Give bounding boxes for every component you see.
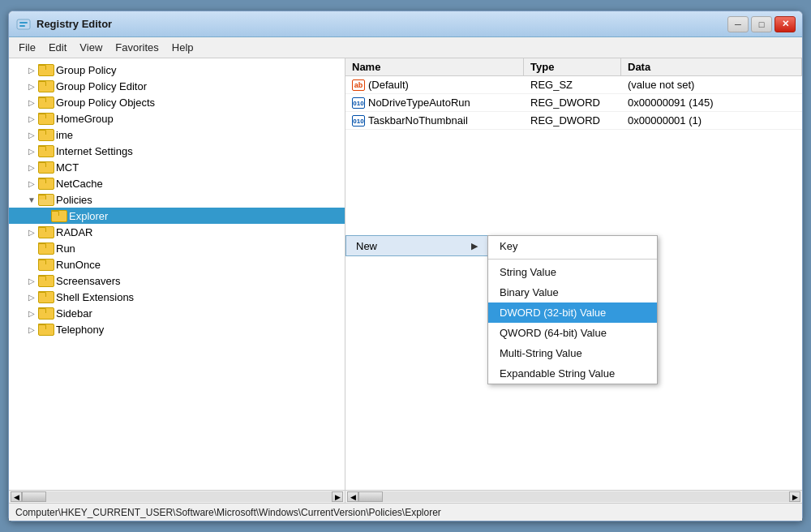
right-scroll-track[interactable] bbox=[358, 491, 789, 502]
folder-icon bbox=[38, 177, 53, 190]
folder-icon bbox=[51, 209, 66, 222]
tree-label: Screensavers bbox=[56, 275, 120, 287]
status-path: Computer\HKEY_CURRENT_USER\Software\Micr… bbox=[15, 507, 441, 518]
expand-icon[interactable] bbox=[25, 112, 38, 125]
left-scroll-thumb[interactable] bbox=[22, 491, 46, 502]
submenu-item-dword[interactable]: DWORD (32-bit) Value bbox=[488, 302, 657, 323]
tree-item-telephony[interactable]: Telephony bbox=[9, 321, 345, 337]
reg-type-nodrivetypeautorun: REG_DWORD bbox=[524, 95, 621, 110]
app-icon bbox=[15, 16, 32, 32]
expand-icon[interactable] bbox=[25, 323, 38, 336]
tree-item-run[interactable]: Run bbox=[9, 240, 345, 256]
expand-icon[interactable] bbox=[25, 177, 38, 190]
registry-tree[interactable]: Group Policy Group Policy Editor Group P… bbox=[9, 58, 345, 490]
registry-editor-window: Registry Editor ─ □ ✕ File Edit View Fav… bbox=[8, 11, 803, 521]
folder-icon bbox=[38, 290, 53, 303]
tree-item-screensavers[interactable]: Screensavers bbox=[9, 272, 345, 289]
left-scroll-track[interactable] bbox=[22, 491, 332, 502]
reg-data-nodrivetypeautorun: 0x00000091 (145) bbox=[621, 95, 802, 110]
submenu-item-qword[interactable]: QWORD (64-bit) Value bbox=[488, 323, 657, 343]
expand-icon[interactable] bbox=[25, 225, 38, 238]
submenu-item-stringvalue[interactable]: String Value bbox=[488, 262, 657, 282]
folder-icon bbox=[38, 193, 53, 206]
submenu-item-key[interactable]: Key bbox=[488, 236, 657, 256]
reg-data-default: (value not set) bbox=[621, 77, 802, 92]
right-scroll-left-arrow[interactable]: ◀ bbox=[347, 491, 358, 502]
tree-item-homegroup[interactable]: HomeGroup bbox=[9, 110, 345, 127]
svg-rect-0 bbox=[17, 19, 30, 29]
submenu-item-expandablestring[interactable]: Expandable String Value bbox=[488, 363, 657, 384]
tree-item-shellextensions[interactable]: Shell Extensions bbox=[9, 289, 345, 305]
tree-label: NetCache bbox=[56, 178, 103, 190]
reg-row-nodrivetypeautorun[interactable]: 010 NoDriveTypeAutoRun REG_DWORD 0x00000… bbox=[345, 94, 802, 112]
right-hscrollbar[interactable]: ◀ ▶ bbox=[345, 491, 802, 503]
expand-icon[interactable] bbox=[25, 290, 38, 303]
folder-icon bbox=[38, 242, 53, 255]
reg-name-label: (Default) bbox=[368, 79, 409, 91]
menubar: File Edit View Favorites Help bbox=[9, 37, 802, 58]
titlebar: Registry Editor ─ □ ✕ bbox=[9, 11, 802, 37]
tree-item-netcache[interactable]: NetCache bbox=[9, 175, 345, 191]
tree-item-sidebar[interactable]: Sidebar bbox=[9, 305, 345, 321]
tree-item-internetsettings[interactable]: Internet Settings bbox=[9, 143, 345, 159]
expand-icon[interactable] bbox=[25, 63, 38, 76]
expand-icon[interactable] bbox=[25, 144, 38, 157]
folder-icon bbox=[38, 144, 53, 157]
expand-icon[interactable] bbox=[25, 307, 38, 320]
tree-label: Sidebar bbox=[56, 307, 92, 320]
folder-icon bbox=[38, 96, 53, 109]
right-scroll-right-arrow[interactable]: ▶ bbox=[789, 491, 800, 502]
tree-item-policies[interactable]: Policies bbox=[9, 191, 345, 208]
right-scroll-thumb[interactable] bbox=[358, 491, 383, 502]
close-button[interactable]: ✕ bbox=[775, 16, 796, 32]
folder-icon bbox=[38, 161, 53, 174]
expand-icon[interactable] bbox=[25, 193, 38, 206]
expand-icon[interactable] bbox=[25, 161, 38, 174]
tree-item-grouppolicyobjects[interactable]: Group Policy Objects bbox=[9, 94, 345, 110]
menu-edit[interactable]: Edit bbox=[42, 39, 73, 56]
maximize-button[interactable]: □ bbox=[751, 16, 772, 32]
tree-item-grouppolicy[interactable]: Group Policy bbox=[9, 62, 345, 78]
folder-icon bbox=[38, 79, 53, 92]
reg-row-taskbarnothumb[interactable]: 010 TaskbarNoThumbnail REG_DWORD 0x00000… bbox=[345, 112, 802, 130]
tree-item-grouppolicyeditor[interactable]: Group Policy Editor bbox=[9, 78, 345, 94]
tree-item-explorer[interactable]: Explorer bbox=[9, 208, 345, 224]
left-scroll-left-arrow[interactable]: ◀ bbox=[11, 491, 22, 502]
expand-icon[interactable] bbox=[25, 96, 38, 109]
expand-icon[interactable] bbox=[25, 274, 38, 287]
tree-item-radar[interactable]: RADAR bbox=[9, 224, 345, 240]
left-scroll-right-arrow[interactable]: ▶ bbox=[332, 491, 343, 502]
folder-icon bbox=[38, 274, 53, 287]
tree-item-ime[interactable]: ime bbox=[9, 127, 345, 143]
tree-label: Run bbox=[56, 242, 75, 255]
tree-label: Group Policy Objects bbox=[56, 97, 155, 109]
reg-type-taskbarnothumb: REG_DWORD bbox=[524, 113, 621, 128]
tree-item-mct[interactable]: MCT bbox=[9, 159, 345, 175]
expand-icon[interactable] bbox=[25, 258, 38, 271]
expand-icon[interactable] bbox=[38, 209, 51, 222]
submenu-item-multistring[interactable]: Multi-String Value bbox=[488, 343, 657, 363]
menu-view[interactable]: View bbox=[73, 39, 109, 56]
window-title: Registry Editor bbox=[36, 18, 727, 30]
left-hscrollbar[interactable]: ◀ ▶ bbox=[9, 491, 345, 503]
col-header-data: Data bbox=[621, 58, 802, 75]
menu-favorites[interactable]: Favorites bbox=[109, 39, 165, 56]
menu-help[interactable]: Help bbox=[165, 39, 200, 56]
expand-icon[interactable] bbox=[25, 79, 38, 92]
menu-file[interactable]: File bbox=[12, 39, 42, 56]
new-menu-button[interactable]: New ▶ bbox=[345, 235, 488, 256]
tree-item-runonce[interactable]: RunOnce bbox=[9, 256, 345, 272]
submenu-item-binaryvalue[interactable]: Binary Value bbox=[488, 282, 657, 302]
minimize-button[interactable]: ─ bbox=[727, 16, 749, 32]
window-controls: ─ □ ✕ bbox=[727, 16, 796, 32]
main-content: Group Policy Group Policy Editor Group P… bbox=[9, 58, 802, 490]
expand-icon[interactable] bbox=[25, 128, 38, 141]
reg-data-taskbarnothumb: 0x00000001 (1) bbox=[621, 113, 802, 128]
folder-icon bbox=[38, 112, 53, 125]
reg-row-default[interactable]: ab (Default) REG_SZ (value not set) bbox=[345, 76, 802, 94]
folder-icon bbox=[38, 323, 53, 336]
new-label: New bbox=[356, 240, 377, 252]
reg-type-default: REG_SZ bbox=[524, 77, 621, 92]
reg-name-label: TaskbarNoThumbnail bbox=[368, 114, 468, 127]
expand-icon[interactable] bbox=[25, 242, 38, 255]
